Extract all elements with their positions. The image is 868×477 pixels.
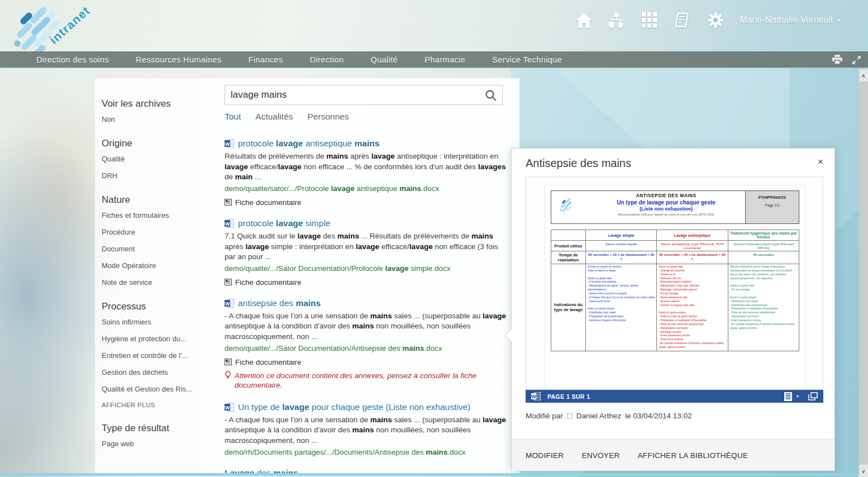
nav-item-qualit[interactable]: Qualité bbox=[370, 55, 398, 64]
fiche-documentaire-link[interactable]: Fiche documentaire bbox=[225, 278, 507, 287]
refinement-item-gestion-des-d-chets[interactable]: Gestion des déchets bbox=[102, 368, 194, 376]
refinement-item-entretien-et-contr-le-de-l[interactable]: Entretien et contrôle de l'... bbox=[102, 351, 194, 360]
doc-subtitle: (Recommandations OMS pour l'hygiène des … bbox=[587, 213, 745, 216]
result-title-link[interactable]: Wprotocole lavage simple bbox=[225, 218, 507, 228]
search-scope-tabs: ToutActualitésPersonnes bbox=[225, 112, 504, 122]
action-modifier[interactable]: MODIFIER bbox=[526, 451, 564, 460]
word-document-icon: W bbox=[225, 299, 234, 308]
doc-row-label: Produit utilisé bbox=[551, 241, 586, 251]
doc-column-header-traitement-hygi-nique-des-mains-par-friction: Traitement hygiénique des mains par fric… bbox=[728, 230, 799, 241]
result-title-text: protocole lavage simple bbox=[238, 218, 330, 228]
refinement-item-hygi-ne-et-protection-du[interactable]: Hygiène et protection du... bbox=[102, 335, 194, 343]
doc-cell: 60 secondes + 20 s de déplacement = 80 s bbox=[657, 251, 728, 264]
result-title-text: Lavage des mains bbox=[225, 468, 298, 473]
result-title-text: Un type de lavage pour chaque geste (Lis… bbox=[238, 402, 470, 412]
gear-icon[interactable] bbox=[707, 11, 724, 29]
result-title-link[interactable]: Wprotocole lavage antiseptique mains bbox=[225, 139, 507, 149]
tab-actualit-s[interactable]: Actualités bbox=[255, 112, 293, 122]
result-url[interactable]: demo/qualite/.../Sator Documentation/Ant… bbox=[225, 344, 507, 352]
nav-item-finances[interactable]: Finances bbox=[249, 55, 283, 64]
preview-status-bar: W PAGE 1 SUR 1 ▾ bbox=[526, 390, 823, 403]
refinement-item-qualit-et-gestion-des-ris[interactable]: Qualité et Gestion des Ris... bbox=[102, 385, 194, 393]
refinement-item-non[interactable]: Non bbox=[102, 115, 194, 123]
org-chart-icon[interactable] bbox=[608, 11, 626, 29]
nav-item-direction-des-soins[interactable]: Direction des soins bbox=[36, 55, 109, 64]
result-snippet: - A chaque fois que l'on a une sensation… bbox=[225, 311, 507, 342]
refinement-item-mode-op-ratoire[interactable]: Mode Opératoire bbox=[102, 261, 194, 270]
scroll-up-button[interactable]: ∧ bbox=[859, 69, 868, 82]
refinement-item-page-web[interactable]: Page web bbox=[102, 440, 194, 448]
scroll-down-button[interactable]: ∨ bbox=[859, 465, 868, 477]
nav-item-direction[interactable]: Direction bbox=[310, 55, 344, 64]
tab-personnes[interactable]: Personnes bbox=[308, 112, 349, 122]
document-reference-box: FT/HPP/004/V2 Page 1/1 bbox=[745, 191, 799, 223]
action-envoyer[interactable]: ENVOYER bbox=[581, 451, 619, 460]
refinement-item-note-de-service[interactable]: Note de service bbox=[102, 278, 194, 287]
result-title-link[interactable]: WUn type de lavage pour chaque geste (Li… bbox=[225, 402, 507, 412]
doc-row-indications-du-type-de-lavage: Indications du type de lavageArrivée et … bbox=[551, 264, 799, 351]
expand-icon[interactable] bbox=[850, 54, 862, 66]
refinement-item-afficher-plus[interactable]: AFFICHER PLUS bbox=[102, 402, 194, 408]
bottom-accent-line bbox=[0, 473, 868, 476]
refinement-section-title-type-de-r-sultat: Type de résultat bbox=[102, 423, 194, 434]
fiche-label: Fiche documentaire bbox=[235, 358, 302, 366]
presence-indicator bbox=[567, 413, 573, 419]
document-preview-popup: Antisepsie des mains × bbox=[511, 148, 835, 470]
journal-icon[interactable] bbox=[674, 11, 691, 29]
tab-tout[interactable]: Tout bbox=[225, 112, 241, 122]
svg-text:W: W bbox=[531, 394, 536, 399]
refinement-section-title-origine: Origine bbox=[102, 138, 194, 149]
refinement-item-document[interactable]: Document bbox=[102, 245, 194, 253]
svg-text:W: W bbox=[225, 300, 230, 306]
refinement-item-drh[interactable]: DRH bbox=[102, 171, 194, 180]
document-card-icon bbox=[225, 359, 232, 365]
refinement-section-title-processus: Processus bbox=[102, 301, 194, 312]
primary-nav-list: Direction des soinsRessources HumainesFi… bbox=[0, 55, 562, 64]
result-url[interactable]: demo/qualite/.../Sator Documentation/Pro… bbox=[225, 264, 507, 273]
fiche-documentaire-link[interactable]: Fiche documentaire bbox=[225, 198, 507, 207]
vertical-scrollbar[interactable]: ∧ ∨ bbox=[859, 69, 868, 477]
document-preview-frame[interactable]: ANTISEPSIE DES MAINS Un type de lavage p… bbox=[526, 177, 823, 390]
open-in-new-window-icon[interactable] bbox=[808, 392, 818, 402]
result-snippet: 7.1 Quick audit sur le lavage des mains … bbox=[225, 231, 507, 263]
result-title-text: protocole lavage antiseptique mains bbox=[238, 139, 379, 149]
doc-row-temps-de-r-alisation: Temps de réalisation60 secondes + 20 s d… bbox=[551, 251, 799, 264]
user-menu[interactable]: Marie-Nathalie Verneuil ▾ bbox=[740, 15, 840, 25]
action-afficher-la-biblioth-que[interactable]: AFFICHER LA BIBLIOTHÈQUE bbox=[638, 451, 748, 460]
search-box bbox=[225, 85, 503, 105]
refinement-sidebar: Voir les archivesNonOrigineQualitéDRHNat… bbox=[95, 78, 202, 473]
refinement-item-qualit[interactable]: Qualité bbox=[102, 155, 194, 163]
apps-grid-icon[interactable] bbox=[641, 11, 659, 29]
document-view-icon[interactable] bbox=[783, 392, 793, 402]
doc-column-header-lavage-antiseptique: Lavage antiseptique bbox=[657, 230, 728, 241]
document-page: ANTISEPSIE DES MAINS Un type de lavage p… bbox=[545, 185, 805, 390]
nav-item-service-technique[interactable]: Service Technique bbox=[492, 55, 562, 64]
chevron-down-icon[interactable]: ▾ bbox=[797, 394, 799, 399]
search-icon[interactable] bbox=[483, 88, 499, 103]
chevron-down-icon: ▾ bbox=[837, 17, 840, 24]
home-icon[interactable] bbox=[575, 11, 593, 29]
nav-item-pharmacie[interactable]: Pharmacie bbox=[425, 55, 465, 64]
close-icon[interactable]: × bbox=[815, 154, 826, 170]
result-url[interactable]: demo/rh/Documents partages/.../Documents… bbox=[225, 448, 507, 456]
refinement-item-fiches-et-formulaires[interactable]: Fiches et formulaires bbox=[102, 211, 194, 220]
result-title-link[interactable]: Wantisepsie des mains bbox=[225, 298, 507, 308]
doc-cell: Solution hydroalcoolique (type Manugel N… bbox=[728, 241, 799, 251]
header: intranet bbox=[0, 0, 868, 51]
search-input[interactable] bbox=[225, 85, 502, 104]
doc-ref-page: Page 1/1 bbox=[746, 203, 799, 207]
refinement-item-proc-dure[interactable]: Procédure bbox=[102, 228, 194, 236]
search-result: Lavage des mainsdemo/qualite/Lists/Actua… bbox=[225, 468, 507, 473]
result-title-link[interactable]: Lavage des mains bbox=[225, 468, 507, 473]
nav-item-ressources-humaines[interactable]: Ressources Humaines bbox=[136, 55, 221, 64]
doc-title-1: ANTISEPSIE DES MAINS bbox=[587, 193, 745, 198]
printer-icon[interactable] bbox=[831, 54, 843, 66]
refinement-item-soins-infirmiers[interactable]: Soins infirmiers bbox=[102, 318, 194, 326]
result-url[interactable]: demo/qualite/sator/.../Protocole lavage … bbox=[225, 184, 507, 193]
doc-ref-code: FT/HPP/004/V2 bbox=[746, 195, 799, 199]
document-card-icon bbox=[225, 279, 232, 285]
doc-column-header-lavage-simple: Lavage simple bbox=[586, 230, 657, 241]
modified-author[interactable]: Daniel Arthez bbox=[576, 412, 621, 420]
doc-row-label: Temps de réalisation bbox=[551, 251, 586, 264]
fiche-documentaire-link[interactable]: Fiche documentaire bbox=[225, 358, 507, 366]
